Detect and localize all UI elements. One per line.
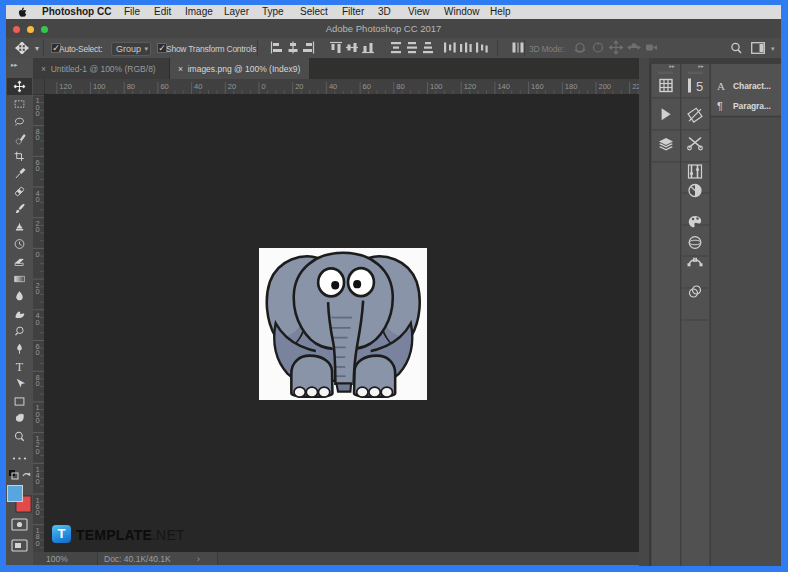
svg-text:0: 0 bbox=[36, 318, 40, 327]
svg-text:120: 120 bbox=[464, 82, 477, 91]
svg-text:▸▸: ▸▸ bbox=[11, 61, 18, 68]
svg-text:220: 220 bbox=[632, 82, 639, 91]
svg-text:Paragra...: Paragra... bbox=[733, 100, 771, 110]
svg-text:0: 0 bbox=[36, 195, 40, 204]
svg-text:60: 60 bbox=[363, 82, 371, 91]
svg-text:0: 0 bbox=[36, 416, 40, 425]
svg-text:T: T bbox=[16, 359, 24, 373]
svg-text:▸▸: ▸▸ bbox=[698, 62, 704, 68]
svg-text:0: 0 bbox=[36, 539, 40, 548]
svg-text:80: 80 bbox=[396, 82, 404, 91]
svg-text:0: 0 bbox=[36, 287, 40, 296]
svg-text:100: 100 bbox=[430, 82, 443, 91]
svg-text:180: 180 bbox=[565, 82, 578, 91]
svg-text:5: 5 bbox=[696, 78, 703, 93]
svg-text:140: 140 bbox=[497, 82, 510, 91]
svg-text:▸▸: ▸▸ bbox=[669, 62, 675, 68]
svg-text:Charact...: Charact... bbox=[733, 80, 771, 90]
svg-text:0: 0 bbox=[36, 225, 40, 234]
svg-text:0: 0 bbox=[36, 164, 40, 173]
svg-text:40: 40 bbox=[194, 82, 202, 91]
svg-text:20: 20 bbox=[228, 82, 236, 91]
svg-text:0: 0 bbox=[36, 447, 40, 456]
svg-text:0: 0 bbox=[36, 109, 40, 118]
svg-text:120: 120 bbox=[59, 82, 72, 91]
svg-text:100: 100 bbox=[93, 82, 106, 91]
svg-text:0: 0 bbox=[36, 379, 40, 388]
svg-text:0: 0 bbox=[36, 133, 40, 142]
svg-text:20: 20 bbox=[295, 82, 303, 91]
svg-text:0: 0 bbox=[262, 82, 266, 91]
svg-text:¶: ¶ bbox=[717, 99, 723, 111]
svg-text:60: 60 bbox=[160, 82, 168, 91]
svg-text:200: 200 bbox=[599, 82, 612, 91]
svg-text:160: 160 bbox=[531, 82, 544, 91]
svg-text:80: 80 bbox=[127, 82, 135, 91]
svg-text:A: A bbox=[717, 79, 725, 91]
svg-text:40: 40 bbox=[329, 82, 337, 91]
svg-text:0: 0 bbox=[36, 477, 40, 486]
svg-text:0: 0 bbox=[36, 348, 40, 357]
svg-text:0: 0 bbox=[36, 508, 40, 517]
svg-text:0: 0 bbox=[36, 250, 40, 259]
